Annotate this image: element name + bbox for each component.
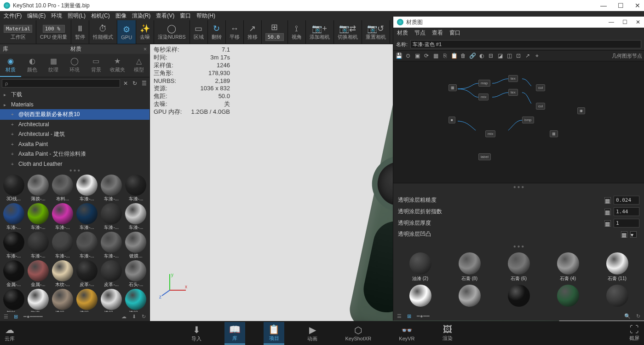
matgraph-tool-icon[interactable]: 📋: [450, 52, 458, 59]
tree-expand-icon[interactable]: ▸: [4, 102, 8, 107]
workspace-label[interactable]: 工作区: [11, 34, 26, 41]
matgraph-tool-icon[interactable]: ⊟: [487, 52, 494, 59]
graph-node[interactable]: tex: [508, 89, 518, 96]
library-tab-环境[interactable]: ◯环境: [64, 54, 85, 77]
tree-item[interactable]: +@朝西里最新必备材质10: [0, 109, 150, 120]
menu-item[interactable]: 编辑(E): [27, 12, 46, 20]
material-thumbnail[interactable]: 透明-...: [124, 289, 148, 312]
tree-expand-icon[interactable]: +: [11, 132, 16, 137]
grid-value-input[interactable]: [265, 33, 284, 41]
maximize-button[interactable]: ☐: [618, 2, 624, 9]
material-thumbnail[interactable]: 车漆-...: [51, 203, 74, 231]
refresh-icon[interactable]: ↻: [131, 80, 138, 87]
matgraph-tool-icon[interactable]: 🗑: [460, 52, 467, 59]
menu-item[interactable]: 环境: [51, 12, 62, 20]
matgraph-tool-icon[interactable]: ⌖: [533, 52, 540, 59]
bottombar-库[interactable]: 📖库: [224, 322, 245, 345]
grid-view-icon[interactable]: ⊞: [14, 314, 18, 320]
material-thumbnail[interactable]: 薄膜-...: [26, 175, 50, 202]
matgraph-tool-icon[interactable]: ▦: [432, 52, 439, 59]
property-expand-icon[interactable]: ▾: [630, 231, 637, 238]
matgraph-tool-icon[interactable]: ⎘: [441, 52, 448, 59]
library-tab-收藏夹[interactable]: ★收藏夹: [107, 54, 128, 77]
graph-node[interactable]: ▦: [550, 130, 558, 137]
property-texture-toggle[interactable]: ▦: [604, 197, 611, 204]
settings-icon[interactable]: ☰: [140, 80, 148, 87]
matgraph-tool-icon[interactable]: ◫: [506, 52, 513, 59]
material-thumbnail[interactable]: 车漆-...: [124, 203, 148, 231]
tree-expand-icon[interactable]: +: [11, 112, 16, 117]
toolbar-button-推移[interactable]: ↗推移: [244, 20, 262, 44]
material-thumbnail[interactable]: 石头-...: [124, 260, 148, 288]
matgraph-maximize-button[interactable]: ☐: [622, 19, 627, 25]
graph-resize-handle[interactable]: ● ● ●: [393, 183, 644, 190]
toolbar-button-重置相机[interactable]: 📷↺重置相机: [362, 20, 390, 44]
property-texture-toggle[interactable]: ▦: [621, 231, 627, 238]
menu-item[interactable]: 图像: [115, 12, 126, 20]
panel-close-icon[interactable]: ×: [144, 46, 147, 53]
minimize-button[interactable]: —: [600, 2, 607, 9]
tree-expand-icon[interactable]: +: [11, 152, 16, 157]
toolbar-button-平移[interactable]: ↔平移: [226, 20, 244, 44]
property-texture-toggle[interactable]: ▦: [604, 220, 611, 227]
graph-node[interactable]: ■: [448, 117, 455, 123]
menu-item[interactable]: 帮助(H): [196, 12, 215, 20]
property-value-input[interactable]: [614, 219, 639, 228]
material-thumbnail[interactable]: 皮革-...: [75, 260, 99, 288]
material-thumbnail[interactable]: 镀膜...: [124, 232, 148, 259]
tree-expand-icon[interactable]: +: [11, 142, 16, 147]
tree-item[interactable]: +Cloth and Leather: [0, 159, 150, 168]
toolbar-button-性能模式[interactable]: ⏱性能模式: [89, 20, 117, 44]
node-graph-canvas[interactable]: ▦ map mix tex tex col col ■ mix bmp ▦ la…: [393, 61, 644, 183]
swatch-item[interactable]: [594, 285, 640, 308]
toolbar-button-区域[interactable]: ▭区域: [190, 20, 208, 44]
tree-item[interactable]: +Architectural: [0, 120, 150, 129]
matgraph-menu-item[interactable]: 节点: [414, 29, 426, 37]
property-value-input[interactable]: [614, 207, 639, 216]
swatch-item[interactable]: [545, 285, 591, 308]
matgraph-menu-item[interactable]: 窗口: [449, 29, 460, 37]
tree-item[interactable]: +Axalta Paint: [0, 140, 150, 149]
material-thumbnail[interactable]: 车漆-...: [26, 232, 50, 259]
swatch-item[interactable]: 石膏 (8): [446, 252, 493, 282]
graph-node[interactable]: col: [536, 103, 545, 110]
library-tab-颜色[interactable]: ◐颜色: [21, 54, 42, 77]
graph-node[interactable]: label: [478, 153, 491, 160]
search-clear-icon[interactable]: ✕: [122, 80, 129, 87]
swatch-item[interactable]: 油漆 (2): [397, 252, 443, 282]
graph-node[interactable]: ◉: [577, 107, 585, 114]
slider-handle[interactable]: ━●━━: [417, 313, 430, 319]
library-tab-纹理[interactable]: ▦纹理: [43, 54, 64, 77]
graph-node[interactable]: bmp: [522, 117, 534, 123]
menu-item[interactable]: 窗口: [180, 12, 191, 20]
bottombar-KeyShotXR[interactable]: ⬡KeyShotXR: [340, 323, 376, 343]
bottombar-云库[interactable]: ☁云库: [0, 322, 19, 344]
material-thumbnail[interactable]: 车漆-...: [124, 175, 148, 202]
menu-item[interactable]: 相机(C): [91, 12, 110, 20]
bottombar-动画[interactable]: ▶动画: [303, 322, 322, 344]
tree-expand-icon[interactable]: +: [11, 122, 16, 127]
swatch-item[interactable]: [495, 285, 542, 308]
matgraph-tool-icon[interactable]: ▣: [414, 52, 421, 59]
matgraph-minimize-button[interactable]: —: [609, 19, 614, 25]
bottombar-截屏[interactable]: ⛶截屏: [625, 322, 644, 344]
swatch-item[interactable]: 石膏 (6): [495, 252, 542, 282]
matgraph-menu-item[interactable]: 查看: [432, 29, 443, 37]
matgraph-tool-icon[interactable]: ⟳: [423, 52, 430, 59]
material-thumbnail[interactable]: 车漆-...: [75, 203, 99, 231]
material-thumbnail[interactable]: 透明-...: [100, 289, 123, 312]
toolbar-button-添加相机[interactable]: 📷+添加相机: [306, 20, 334, 44]
swatch-item[interactable]: 石膏 (4): [545, 252, 591, 282]
matgraph-tool-icon[interactable]: 🔗: [469, 52, 476, 59]
property-value-input[interactable]: [614, 196, 639, 205]
tree-item[interactable]: +Architectural - 建筑: [0, 129, 150, 140]
matgraph-tool-icon[interactable]: ⊙: [404, 52, 412, 59]
graph-node[interactable]: col: [536, 84, 545, 91]
toolbar-button-暂停[interactable]: ⏸暂停: [71, 20, 89, 44]
material-thumbnail[interactable]: 陶瓷-...: [26, 289, 50, 312]
cloud-download-icon[interactable]: ☁: [121, 314, 126, 320]
material-thumbnail[interactable]: 车漆-...: [100, 175, 123, 202]
toolbar-button-切换相机[interactable]: 📷⇄切换相机: [334, 20, 362, 44]
matgraph-tool-icon[interactable]: ⊡: [515, 52, 522, 59]
menu-item[interactable]: 文件(F): [4, 12, 22, 20]
